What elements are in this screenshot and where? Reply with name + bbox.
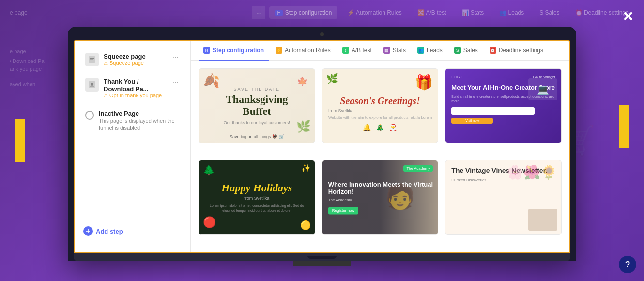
tab-sales-label: Sales xyxy=(463,47,478,54)
step-config-icon: H xyxy=(203,47,210,54)
inactive-page-desc: This page is displayed when the funnel i… xyxy=(99,117,180,132)
laptop-notch xyxy=(307,256,337,259)
inactive-page-circle xyxy=(85,111,94,120)
seasons-holly-icon: 🌿 xyxy=(326,73,338,84)
innovation-title: Where Innovation Meets the Virtual Horiz… xyxy=(328,181,438,196)
bg-tab-leads: 👥 Leads xyxy=(493,6,530,19)
thanksgiving-leaf-3: 🍁 xyxy=(297,76,307,87)
seasons-icon-1: 🔔 xyxy=(363,124,371,131)
innovation-cta: Register now xyxy=(328,207,359,214)
tab-ab-label: A/B test xyxy=(352,47,372,54)
bg-page-label: e page xyxy=(10,9,28,16)
template-vintage[interactable]: 🌸🌺🌻 The Vintage Vines Newsletter. Curate… xyxy=(445,160,562,235)
thanksgiving-subtitle: Our thanks to our loyal customers! xyxy=(224,120,290,125)
modal-container: Squeeze page Squeeze page ··· Thank You … xyxy=(74,40,570,253)
holidays-tree-icon: 🌲 xyxy=(203,164,215,176)
template-holidays[interactable]: 🌲 ✨ Happy Holidays from Svetlika Lorem i… xyxy=(199,160,315,235)
innovation-badge: The Academy xyxy=(403,165,433,172)
bg-top-bar: e page ··· H Step configuration ⚡ Automa… xyxy=(0,0,644,25)
squeeze-page-subtitle: Squeeze page xyxy=(104,60,167,66)
leads-icon: 👥 xyxy=(417,47,424,54)
holidays-body: Lorem ipsum dolor sit amet, consectetur … xyxy=(205,203,309,213)
thanksgiving-leaf-2: 🌿 xyxy=(296,120,311,133)
inactive-page-item[interactable]: Inactive Page This page is displayed whe… xyxy=(78,105,186,137)
deadline-icon: ⏰ xyxy=(490,47,496,54)
stats-icon: ▦ xyxy=(383,47,390,54)
thankyou-page-text: Thank You / Download Pa... Opt-in thank … xyxy=(104,78,167,98)
laptop-base xyxy=(74,253,570,261)
inactive-page-text: Inactive Page This page is displayed whe… xyxy=(99,110,180,132)
thankyou-page-title: Thank You / Download Pa... xyxy=(104,78,167,93)
svg-rect-2 xyxy=(90,59,93,60)
laptop-stand xyxy=(293,261,351,266)
thanksgiving-title: ThanksgivingBuffet xyxy=(226,94,288,117)
tab-step-configuration[interactable]: H Step configuration xyxy=(199,41,269,61)
squeeze-page-title: Squeeze page xyxy=(104,53,167,60)
squeeze-page-text: Squeeze page Squeeze page xyxy=(104,53,167,66)
vintage-image-placeholder xyxy=(528,209,557,231)
holidays-subtitle: from Svetlika xyxy=(244,196,269,201)
thanksgiving-bottom: Save big on all things 🦃 🛒 xyxy=(230,134,284,139)
creator-input-placeholder xyxy=(451,107,535,115)
seasons-content: Season's Greetings! from Svetlika Websit… xyxy=(328,95,432,120)
tab-leads-label: Leads xyxy=(427,47,443,54)
creator-description: Build an all-in-one creator store, sell … xyxy=(451,94,555,103)
thanksgiving-leaf-1: 🍂 xyxy=(203,73,220,89)
thanksgiving-save-date: Save the date xyxy=(234,87,280,92)
ab-test-icon: ↕ xyxy=(342,47,349,54)
tab-stats[interactable]: ▦ Stats xyxy=(379,41,411,61)
seasons-body-text: Website with the aim to explore for all … xyxy=(328,115,432,120)
squeeze-page-icon xyxy=(85,53,99,66)
tab-deadline-label: Deadline settings xyxy=(499,47,543,54)
main-content-area: H Step configuration ⚡ Automation Rules … xyxy=(191,41,569,252)
sidebar: Squeeze page Squeeze page ··· Thank You … xyxy=(75,41,191,252)
tab-leads[interactable]: 👥 Leads xyxy=(413,41,447,61)
seasons-package-icon: 🎁 xyxy=(415,74,433,91)
sidebar-item-thankyou[interactable]: Thank You / Download Pa... Opt-in thank … xyxy=(78,73,186,103)
sidebar-item-squeeze[interactable]: Squeeze page Squeeze page ··· xyxy=(78,48,186,71)
thankyou-page-icon xyxy=(85,78,99,92)
tab-stats-label: Stats xyxy=(393,47,406,54)
bg-tab-ab: 🔀 A/B test xyxy=(412,6,452,19)
thankyou-page-subtitle: Opt-in thank you page xyxy=(104,93,167,98)
automation-icon: ⚡ xyxy=(276,47,282,54)
creator-cta-button: Visit now xyxy=(451,118,493,124)
laptop-camera xyxy=(320,32,324,36)
add-step-button[interactable]: Add step xyxy=(81,222,184,240)
vintage-vine-icons: 🌸🌺🌻 xyxy=(506,164,557,180)
template-thanksgiving[interactable]: 🍂 🍁 Save the date ThanksgivingBuffet Our… xyxy=(199,68,315,143)
thankyou-page-menu[interactable]: ··· xyxy=(171,78,180,87)
seasons-icons-row: 🔔 🎄 🎅 xyxy=(363,124,397,131)
close-button[interactable]: ✕ xyxy=(619,8,636,25)
laptop-screen: Squeeze page Squeeze page ··· Thank You … xyxy=(68,27,576,261)
sales-icon: S xyxy=(454,47,461,54)
bg-tab-step-config: H Step configuration xyxy=(269,6,337,19)
tab-deadline[interactable]: ⏰ Deadline settings xyxy=(485,41,548,61)
svg-rect-5 xyxy=(90,86,94,87)
bg-tab-icon: H xyxy=(275,10,282,16)
svg-rect-1 xyxy=(90,58,94,59)
holidays-star-icon: ✨ xyxy=(301,163,311,172)
holidays-ornament-2: 🟡 xyxy=(300,220,311,231)
laptop-frame: Squeeze page Squeeze page ··· Thank You … xyxy=(68,27,576,266)
tab-ab-test[interactable]: ↕ A/B test xyxy=(337,41,377,61)
bg-tab-automation: ⚡ Automation Rules xyxy=(341,6,407,19)
squeeze-page-menu[interactable]: ··· xyxy=(171,53,180,62)
bg-sidebar-text: e page / Download Pa ank you page ayed w… xyxy=(10,48,45,87)
template-seasons[interactable]: 🎁 🌿 Season's Greetings! from Svetlika We… xyxy=(322,68,439,143)
seasons-subtitle: from Svetlika xyxy=(328,109,432,113)
tab-sales[interactable]: S Sales xyxy=(449,41,483,61)
template-creator[interactable]: LOGO Go to Widget 💻 Meet Your All-in-One… xyxy=(445,68,562,143)
seasons-icon-3: 🎅 xyxy=(389,124,397,131)
inactive-page-title: Inactive Page xyxy=(99,110,180,117)
bg-tab-stats: 📊 Stats xyxy=(456,6,490,19)
yellow-accent-right xyxy=(619,105,629,148)
holidays-ornament-1: 🔴 xyxy=(203,216,216,229)
bg-dots: ··· xyxy=(252,6,265,19)
template-innovation[interactable]: 🧑 The Academy Where Innovation Meets the… xyxy=(322,160,439,235)
bg-tab-sales: S Sales xyxy=(534,6,565,19)
tabs-bar: H Step configuration ⚡ Automation Rules … xyxy=(191,41,569,61)
tab-automation-rules[interactable]: ⚡ Automation Rules xyxy=(271,41,336,61)
help-button[interactable]: ? xyxy=(619,256,636,273)
templates-grid: 🍂 🍁 Save the date ThanksgivingBuffet Our… xyxy=(191,61,569,252)
